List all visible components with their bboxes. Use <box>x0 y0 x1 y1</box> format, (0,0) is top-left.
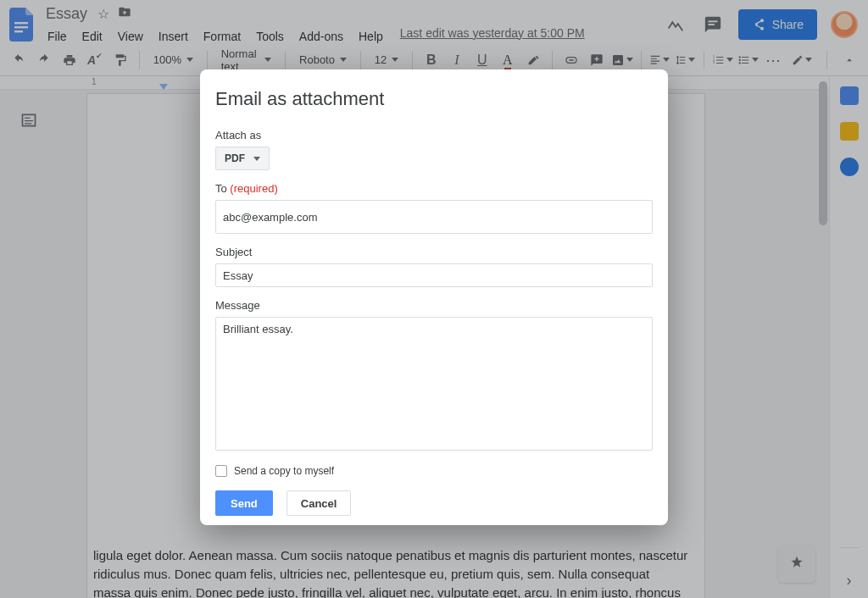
dialog-title: Email as attachment <box>215 88 653 110</box>
copy-myself-label: Send a copy to myself <box>234 465 334 477</box>
attach-as-select[interactable]: PDF <box>215 147 270 170</box>
attach-as-value: PDF <box>225 152 245 164</box>
to-label: To (required) <box>215 182 653 195</box>
required-indicator: (required) <box>230 182 277 195</box>
subject-label: Subject <box>215 246 653 258</box>
cancel-button[interactable]: Cancel <box>287 490 352 516</box>
attach-as-label: Attach as <box>215 129 653 141</box>
message-label: Message <box>215 299 653 312</box>
email-attachment-dialog: Email as attachment Attach as PDF To (re… <box>200 69 668 525</box>
message-textarea[interactable] <box>215 317 653 451</box>
subject-input[interactable] <box>215 263 653 287</box>
copy-myself-checkbox[interactable] <box>215 465 227 477</box>
to-input[interactable] <box>215 200 653 234</box>
copy-myself-row[interactable]: Send a copy to myself <box>215 465 653 477</box>
chevron-down-icon <box>253 157 260 161</box>
send-button[interactable]: Send <box>215 490 273 516</box>
